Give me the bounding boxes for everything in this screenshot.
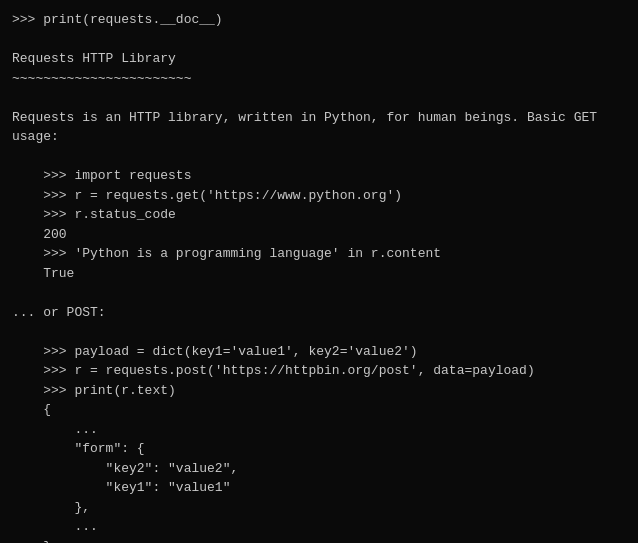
terminal-line xyxy=(12,88,626,108)
terminal-line: ... xyxy=(12,517,626,537)
terminal-line: "form": { xyxy=(12,439,626,459)
terminal-line: >>> r = requests.get('https://www.python… xyxy=(12,186,626,206)
terminal-line: "key1": "value1" xyxy=(12,478,626,498)
terminal-line: True xyxy=(12,264,626,284)
terminal-line: ... or POST: xyxy=(12,303,626,323)
terminal-line: Requests is an HTTP library, written in … xyxy=(12,108,626,128)
terminal-line: 200 xyxy=(12,225,626,245)
terminal-line: >>> r = requests.post('https://httpbin.o… xyxy=(12,361,626,381)
terminal-line: >>> r.status_code xyxy=(12,205,626,225)
terminal-line xyxy=(12,147,626,167)
terminal-output: >>> print(requests.__doc__) Requests HTT… xyxy=(12,10,626,543)
terminal-line: >>> print(r.text) xyxy=(12,381,626,401)
terminal-line: >>> print(requests.__doc__) xyxy=(12,10,626,30)
terminal-line: ... xyxy=(12,420,626,440)
terminal-line xyxy=(12,30,626,50)
terminal-line: ~~~~~~~~~~~~~~~~~~~~~~~ xyxy=(12,69,626,89)
terminal-line: >>> 'Python is a programming language' i… xyxy=(12,244,626,264)
terminal-line xyxy=(12,283,626,303)
terminal-line xyxy=(12,322,626,342)
terminal-line: }, xyxy=(12,498,626,518)
terminal-line: Requests HTTP Library xyxy=(12,49,626,69)
terminal-line: "key2": "value2", xyxy=(12,459,626,479)
terminal-line: } xyxy=(12,537,626,544)
terminal-line: >>> payload = dict(key1='value1', key2='… xyxy=(12,342,626,362)
terminal-line: { xyxy=(12,400,626,420)
terminal-line: >>> import requests xyxy=(12,166,626,186)
terminal-line: usage: xyxy=(12,127,626,147)
